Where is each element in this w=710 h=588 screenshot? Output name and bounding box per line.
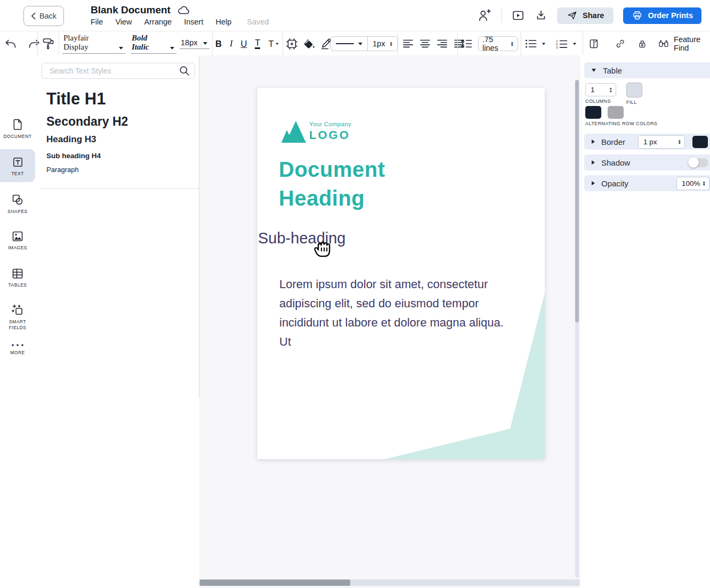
- row-color-swatch-gray[interactable]: [608, 106, 624, 119]
- order-prints-label: Order Prints: [648, 11, 693, 20]
- font-family-select[interactable]: Playfair Display: [62, 34, 125, 54]
- border-color-swatch[interactable]: [692, 136, 708, 148]
- document-title[interactable]: Blank Document: [91, 4, 171, 16]
- sidebar-item-document[interactable]: DOCUMENT: [0, 118, 35, 140]
- shadow-section-row[interactable]: Shadow: [584, 154, 710, 170]
- underline-button[interactable]: U: [240, 39, 247, 49]
- bullet-list-icon[interactable]: [525, 39, 537, 48]
- redo-icon[interactable]: [28, 38, 41, 50]
- sidebar-item-tables[interactable]: TABLES: [0, 268, 35, 288]
- sidebar-item-images[interactable]: IMAGES: [0, 231, 35, 251]
- shadow-label: Shadow: [601, 158, 630, 167]
- chevron-down-icon: [276, 43, 279, 45]
- stepper-arrows-icon[interactable]: ▲▼: [389, 41, 392, 46]
- feature-find-label: Feature Find: [674, 35, 710, 52]
- caret-down-icon: [592, 69, 596, 72]
- order-prints-button[interactable]: Order Prints: [623, 7, 701, 24]
- italic-button[interactable]: I: [230, 38, 233, 49]
- document-page[interactable]: Your Company LOGO Document Heading Sub-h…: [257, 88, 545, 459]
- download-icon[interactable]: [535, 9, 547, 22]
- menu-insert[interactable]: Insert: [184, 18, 203, 26]
- align-center-icon[interactable]: [420, 39, 430, 48]
- vertical-scrollbar-thumb[interactable]: [575, 80, 579, 322]
- chevron-down-icon[interactable]: [573, 43, 576, 45]
- sidebar-item-shapes[interactable]: SHAPES: [0, 193, 35, 215]
- style-title-h1[interactable]: Title H1: [46, 89, 106, 109]
- font-family-value: Playfair Display: [63, 34, 115, 52]
- table-section-header[interactable]: Table: [584, 62, 710, 78]
- text-styles-panel: Title H1 Secondary H2 Heading H3 Sub hea…: [37, 55, 199, 588]
- menu-arrange[interactable]: Arrange: [144, 18, 172, 26]
- svg-text:1: 1: [556, 39, 558, 42]
- left-rail: DOCUMENT TEXT SHAPES IMAGES: [0, 55, 37, 588]
- format-painter-icon[interactable]: [42, 37, 55, 51]
- position-icon[interactable]: [286, 38, 298, 50]
- border-width-value: 1 px: [643, 138, 657, 146]
- caret-right-icon: [592, 140, 595, 144]
- fill-label: FILL: [626, 100, 642, 105]
- menu-bar: File View Arrange Insert Help Saved: [91, 18, 269, 26]
- align-left-icon[interactable]: [403, 39, 413, 48]
- text-color-button[interactable]: T: [255, 38, 260, 50]
- align-right-icon[interactable]: [437, 39, 447, 48]
- link-icon[interactable]: [615, 37, 625, 50]
- back-label: Back: [39, 12, 57, 20]
- lock-icon[interactable]: [638, 38, 647, 50]
- line-spacing-icon[interactable]: [461, 38, 472, 49]
- border-width-stepper[interactable]: 1 px ▲▼: [638, 135, 685, 149]
- canvas-area[interactable]: Your Company LOGO Document Heading Sub-h…: [199, 55, 579, 588]
- font-style-select[interactable]: Bold Italic: [131, 34, 176, 54]
- menu-file[interactable]: File: [91, 18, 103, 26]
- undo-icon[interactable]: [4, 38, 17, 50]
- search-input[interactable]: [49, 66, 175, 76]
- menu-view[interactable]: View: [115, 18, 132, 26]
- horizontal-scrollbar-thumb[interactable]: [200, 579, 350, 586]
- font-size-select[interactable]: 18px: [180, 38, 209, 49]
- chevron-down-icon: [170, 47, 174, 50]
- row-color-swatch-dark[interactable]: [585, 106, 601, 119]
- line-spacing-value: .75 lines: [482, 35, 507, 52]
- stepper-arrows-icon[interactable]: ▲▼: [511, 41, 514, 46]
- columns-stepper[interactable]: 1 ▲▼: [585, 83, 616, 96]
- numbered-list-icon[interactable]: 1 2 3: [555, 39, 568, 49]
- logo-mountain-icon[interactable]: [281, 121, 306, 143]
- sidebar-item-smart-fields[interactable]: SMART FIELDS: [0, 304, 35, 331]
- style-paragraph[interactable]: Paragraph: [46, 166, 79, 174]
- style-heading-h3[interactable]: Heading H3: [46, 134, 96, 145]
- search-icon[interactable]: [179, 66, 190, 76]
- present-icon[interactable]: [511, 9, 525, 22]
- line-style-select[interactable]: [331, 37, 367, 51]
- sidebar-item-more[interactable]: MORE: [0, 343, 35, 356]
- add-collaborator-icon[interactable]: [477, 9, 491, 22]
- logo-lockup[interactable]: Your Company LOGO: [309, 121, 351, 142]
- fill-swatch[interactable]: [626, 83, 642, 97]
- body-paragraph-text[interactable]: Lorem ipsum dolor sit amet, consectetur …: [279, 275, 517, 352]
- tables-icon: [11, 268, 24, 280]
- master-page-icon[interactable]: [588, 37, 599, 50]
- shadow-toggle[interactable]: [688, 158, 708, 167]
- opacity-section-row[interactable]: Opacity 100% ▲▼: [584, 175, 710, 191]
- share-label: Share: [583, 11, 604, 20]
- style-sub-heading-h4[interactable]: Sub heading H4: [46, 152, 101, 160]
- chevron-down-icon[interactable]: [542, 43, 545, 45]
- line-style-icon: [336, 43, 354, 45]
- chevron-left-icon: [31, 12, 36, 20]
- printer-icon: [632, 10, 643, 21]
- sidebar-item-text[interactable]: TEXT: [0, 156, 35, 177]
- mint-corner-shape[interactable]: [257, 88, 545, 459]
- fill-color-icon[interactable]: [302, 38, 316, 50]
- document-heading-text[interactable]: Document Heading: [279, 155, 455, 213]
- line-spacing-stepper[interactable]: .75 lines ▲▼: [478, 36, 518, 51]
- stroke-width-stepper[interactable]: 1px ▲▼: [368, 37, 398, 51]
- caret-right-icon: [592, 160, 595, 165]
- bold-button[interactable]: B: [215, 39, 222, 49]
- document-icon: [12, 118, 24, 131]
- feature-find-button[interactable]: Feature Find: [658, 35, 710, 52]
- text-options-button[interactable]: T: [268, 39, 279, 49]
- border-section-row[interactable]: Border 1 px ▲▼: [584, 134, 710, 150]
- menu-help[interactable]: Help: [215, 18, 231, 26]
- back-button[interactable]: Back: [23, 6, 64, 26]
- style-secondary-h2[interactable]: Secondary H2: [46, 115, 128, 129]
- share-button[interactable]: Share: [557, 7, 614, 24]
- opacity-stepper[interactable]: 100% ▲▼: [676, 177, 709, 190]
